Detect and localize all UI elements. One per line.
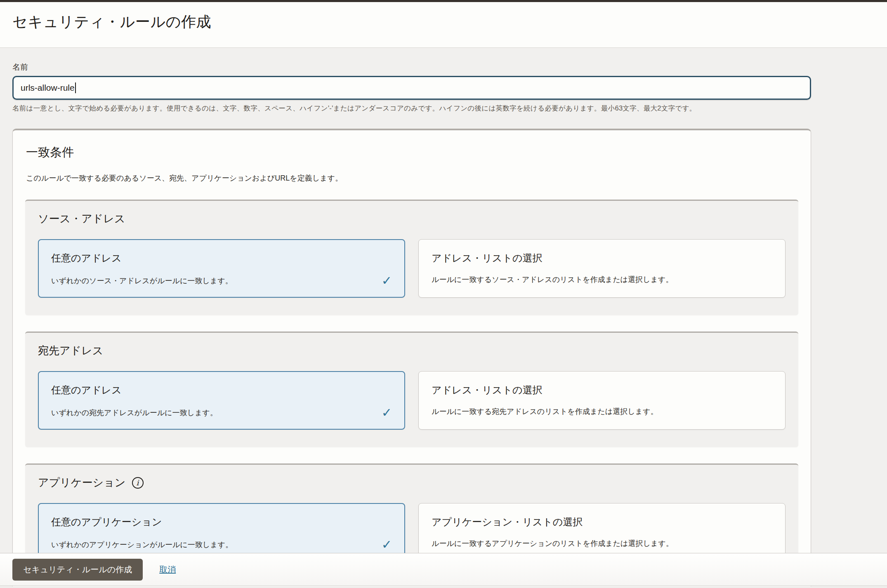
text-cursor xyxy=(75,82,76,93)
page-title: セキュリティ・ルールの作成 xyxy=(12,12,875,32)
check-icon: ✓ xyxy=(382,407,392,419)
match-criteria-title: 一致条件 xyxy=(26,144,798,161)
option-title: 任意のアドレス xyxy=(51,252,392,265)
source-address-options: 任意のアドレス いずれかのソース・アドレスがルールに一致します。 ✓ アドレス・… xyxy=(38,239,786,298)
footer-bottom-strip xyxy=(0,586,887,588)
create-security-rule-button[interactable]: セキュリティ・ルールの作成 xyxy=(12,559,143,581)
action-footer: セキュリティ・ルールの作成 取消 xyxy=(0,553,887,586)
destination-address-options: 任意のアドレス いずれかの宛先アドレスがルールに一致します。 ✓ アドレス・リス… xyxy=(38,371,786,430)
option-description: いずれかのソース・アドレスがルールに一致します。 xyxy=(51,276,233,286)
name-input-value: urls-allow-rule xyxy=(21,83,75,93)
option-description: いずれかのアプリケーションがルールに一致します。 xyxy=(51,540,233,550)
match-criteria-panel: 一致条件 このルールで一致する必要のあるソース、宛先、アプリケーションおよびUR… xyxy=(12,129,811,588)
option-description: ルールに一致する宛先アドレスのリストを作成または選択します。 xyxy=(432,407,658,416)
info-icon[interactable]: i xyxy=(132,477,144,489)
source-address-heading: ソース・アドレス xyxy=(38,212,125,226)
check-icon: ✓ xyxy=(382,539,392,551)
name-input[interactable]: urls-allow-rule xyxy=(12,76,811,100)
cancel-link[interactable]: 取消 xyxy=(159,564,176,575)
option-any-destination-address[interactable]: 任意のアドレス いずれかの宛先アドレスがルールに一致します。 ✓ xyxy=(38,371,405,430)
destination-address-heading: 宛先アドレス xyxy=(38,343,103,358)
option-title: アドレス・リストの選択 xyxy=(432,252,772,265)
name-label: 名前 xyxy=(12,62,28,73)
section-destination-address: 宛先アドレス 任意のアドレス いずれかの宛先アドレスがルールに一致します。 ✓ … xyxy=(25,332,798,447)
option-title: アプリケーション・リストの選択 xyxy=(432,515,772,529)
option-select-source-address-list[interactable]: アドレス・リストの選択 ルールに一致するソース・アドレスのリストを作成または選択… xyxy=(418,239,786,298)
option-title: 任意のアプリケーション xyxy=(51,515,392,529)
check-icon: ✓ xyxy=(382,275,392,287)
option-description: いずれかの宛先アドレスがルールに一致します。 xyxy=(51,408,217,418)
option-title: 任意のアドレス xyxy=(51,383,392,397)
option-any-source-address[interactable]: 任意のアドレス いずれかのソース・アドレスがルールに一致します。 ✓ xyxy=(38,239,405,298)
name-helper-text: 名前は一意とし、文字で始める必要があります。使用できるのは、文字、数字、スペース… xyxy=(12,104,875,113)
match-criteria-description: このルールで一致する必要のあるソース、宛先、アプリケーションおよびURLを定義し… xyxy=(26,173,798,183)
option-select-destination-address-list[interactable]: アドレス・リストの選択 ルールに一致する宛先アドレスのリストを作成または選択しま… xyxy=(418,371,786,430)
form-body: 名前 urls-allow-rule 名前は一意とし、文字で始める必要があります… xyxy=(0,48,887,588)
option-description: ルールに一致するアプリケーションのリストを作成または選択します。 xyxy=(432,539,673,548)
option-title: アドレス・リストの選択 xyxy=(432,383,772,397)
application-heading: アプリケーション xyxy=(38,475,125,490)
page-header: セキュリティ・ルールの作成 xyxy=(0,2,887,48)
section-source-address: ソース・アドレス 任意のアドレス いずれかのソース・アドレスがルールに一致します… xyxy=(25,200,798,315)
option-description: ルールに一致するソース・アドレスのリストを作成または選択します。 xyxy=(432,275,673,285)
